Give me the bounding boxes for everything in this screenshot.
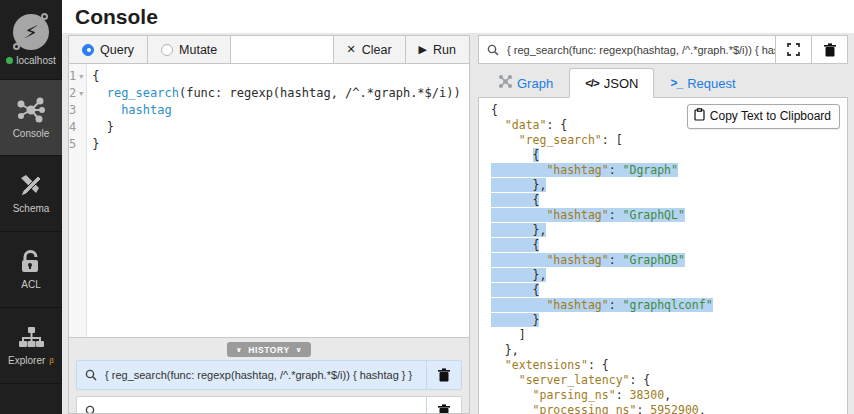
fold-arrow-icon[interactable]: ▾ — [76, 68, 86, 85]
code-line: reg_search(func: regexp(hashtag, /^.*gra… — [92, 85, 469, 102]
clear-icon: ✕ — [347, 43, 356, 56]
results-panel: { reg_search(func: regexp(hashtag, /^.*g… — [478, 35, 848, 414]
history-section: ∨ HISTORY ∨ { reg_search(func: regexp(ha… — [69, 337, 469, 413]
dgraph-logo: ⚡ — [13, 14, 49, 50]
sidebar-item-label: ACL — [21, 279, 40, 290]
connection-status-dot — [6, 57, 13, 64]
sidebar-item-label: Schema — [13, 203, 50, 214]
sidebar-item-explorer[interactable]: Explorerβ — [0, 308, 62, 384]
page-title: Console — [75, 5, 158, 29]
terminal-icon: >_ — [670, 76, 682, 90]
run-icon: ▶ — [419, 43, 427, 56]
chevron-down-icon: ∨ — [236, 346, 242, 354]
history-toggle[interactable]: ∨ HISTORY ∨ — [227, 342, 311, 357]
json-line: "parsing_ns": 38300, — [491, 388, 847, 403]
json-line: }, — [491, 178, 847, 193]
schema-pencils-icon — [17, 174, 45, 198]
code-line: } — [92, 119, 469, 136]
tab-json[interactable]: </> JSON — [569, 68, 654, 98]
query-editor[interactable]: 1▾2▾345 { reg_search(func: regexp(hashta… — [69, 64, 469, 337]
json-line: "hashtag": "GraphQL" — [491, 208, 847, 223]
json-line: { — [491, 238, 847, 253]
chevron-down-icon: ∨ — [296, 346, 302, 354]
sidebar-item-console[interactable]: Console — [0, 80, 62, 156]
json-line: { — [491, 193, 847, 208]
page-header: Console — [62, 0, 854, 33]
mutate-tab[interactable]: Mutate — [148, 36, 231, 63]
mutate-radio[interactable] — [161, 44, 173, 56]
sidebar: ⚡ localhost Console — [0, 0, 62, 414]
json-response-view[interactable]: Copy Text to Clipboard { "data": { "reg_… — [478, 98, 848, 414]
json-line: "hashtag": "GraphDB" — [491, 253, 847, 268]
tab-request[interactable]: >_ Request — [654, 68, 751, 98]
json-line: "processing_ns": 5952900, — [491, 403, 847, 414]
delete-result-button[interactable] — [811, 36, 847, 63]
connection-label: localhost — [16, 55, 55, 66]
json-line: "hashtag": "Dgraph" — [491, 163, 847, 178]
search-icon — [77, 369, 105, 381]
line-number[interactable]: 5 — [69, 136, 86, 153]
code-icon: </> — [585, 77, 599, 89]
json-line: }, — [491, 268, 847, 283]
acl-unlock-icon — [19, 249, 43, 274]
line-number[interactable]: 3 — [69, 102, 86, 119]
sidebar-item-acl[interactable]: ACL — [0, 232, 62, 308]
query-toolbar: Query Mutate ✕ Clear ▶ Run — [69, 36, 469, 64]
beta-badge: β — [49, 356, 54, 365]
json-line: "hashtag": "graphqlconf" — [491, 298, 847, 313]
sidebar-item-label: Console — [13, 128, 50, 139]
clipboard-icon — [694, 108, 705, 125]
console-graph-icon — [17, 97, 45, 123]
line-number[interactable]: 1▾ — [69, 68, 86, 85]
line-number[interactable]: 2▾ — [69, 85, 86, 102]
line-number-gutter: 1▾2▾345 — [69, 64, 87, 337]
sidebar-item-label: Explorer — [8, 355, 45, 366]
code-line: } — [92, 136, 469, 153]
tab-graph[interactable]: Graph — [483, 68, 569, 98]
fullscreen-button[interactable] — [775, 36, 811, 63]
history-entry[interactable] — [76, 396, 462, 413]
json-line: ] — [491, 328, 847, 343]
copy-to-clipboard-button[interactable]: Copy Text to Clipboard — [687, 104, 840, 129]
json-line: "extensions": { — [491, 358, 847, 373]
history-entry[interactable]: { reg_search(func: regexp(hashtag, /^.*g… — [76, 360, 462, 390]
fold-arrow-icon[interactable]: ▾ — [76, 85, 86, 102]
json-line: "reg_search": [ — [491, 133, 847, 148]
run-button[interactable]: ▶ Run — [405, 36, 469, 63]
clear-button[interactable]: ✕ Clear — [333, 36, 405, 63]
code-line: hashtag — [92, 102, 469, 119]
result-query-text[interactable]: { reg_search(func: regexp(hashtag, /^.*g… — [507, 44, 775, 56]
line-number[interactable]: 4 — [69, 119, 86, 136]
sidebar-item-schema[interactable]: Schema — [0, 156, 62, 232]
graph-icon — [499, 75, 512, 91]
query-radio[interactable] — [82, 44, 94, 56]
json-line: { — [491, 283, 847, 298]
delete-history-button[interactable] — [427, 368, 461, 382]
search-icon — [479, 44, 507, 56]
json-line: "server_latency": { — [491, 373, 847, 388]
result-query-bar: { reg_search(func: regexp(hashtag, /^.*g… — [478, 35, 848, 64]
search-icon — [77, 405, 105, 413]
code-line: { — [92, 68, 469, 85]
history-query-text: { reg_search(func: regexp(hashtag, /^.*g… — [105, 369, 426, 381]
json-line: } — [491, 313, 847, 328]
json-line: }, — [491, 343, 847, 358]
delete-history-button[interactable] — [427, 404, 461, 413]
explorer-tree-icon — [18, 326, 44, 350]
query-tab[interactable]: Query — [69, 36, 148, 63]
json-line: { — [491, 148, 847, 163]
result-tabs: Graph </> JSON >_ Request — [478, 67, 848, 98]
sidebar-item-connection[interactable]: ⚡ localhost — [0, 0, 62, 80]
query-code[interactable]: { reg_search(func: regexp(hashtag, /^.*g… — [87, 64, 469, 337]
json-line: }, — [491, 223, 847, 238]
query-panel: Query Mutate ✕ Clear ▶ Run 1▾2▾345 { — [68, 35, 470, 414]
